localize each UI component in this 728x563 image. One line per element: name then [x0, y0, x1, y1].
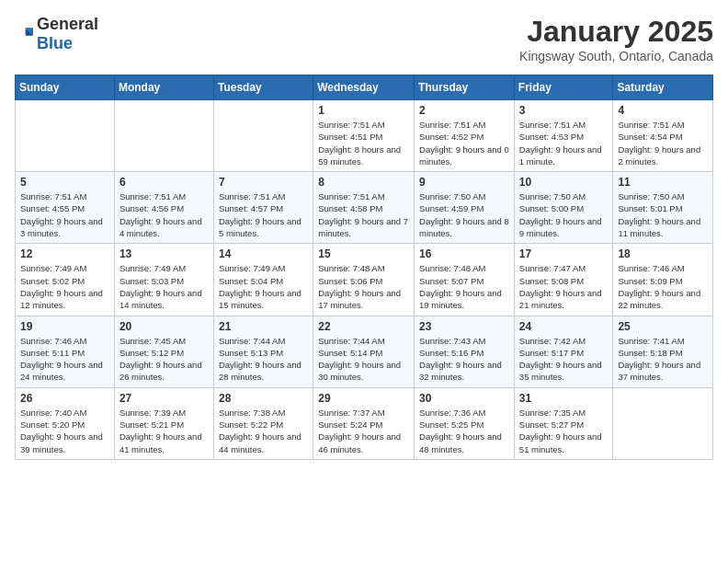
day-number: 30 — [419, 392, 509, 405]
day-number: 11 — [618, 176, 708, 189]
day-number: 14 — [219, 247, 308, 260]
day-info: Sunrise: 7:37 AMSunset: 5:24 PMDaylight:… — [318, 407, 409, 455]
day-number: 2 — [419, 104, 509, 117]
calendar-cell: 31 Sunrise: 7:35 AMSunset: 5:27 PMDaylig… — [514, 387, 613, 459]
day-info: Sunrise: 7:46 AMSunset: 5:11 PMDaylight:… — [20, 335, 109, 384]
calendar-cell: 2 Sunrise: 7:51 AMSunset: 4:52 PMDayligh… — [415, 100, 515, 172]
weekday-header: Saturday — [613, 75, 713, 100]
day-info: Sunrise: 7:41 AMSunset: 5:18 PMDaylight:… — [618, 335, 708, 384]
day-number: 8 — [318, 176, 409, 189]
day-info: Sunrise: 7:51 AMSunset: 4:57 PMDaylight:… — [219, 190, 308, 239]
calendar-week-row: 19 Sunrise: 7:46 AMSunset: 5:11 PMDaylig… — [16, 316, 713, 387]
calendar-cell: 7 Sunrise: 7:51 AMSunset: 4:57 PMDayligh… — [213, 172, 313, 244]
day-info: Sunrise: 7:50 AMSunset: 4:59 PMDaylight:… — [419, 190, 509, 239]
calendar-cell: 4 Sunrise: 7:51 AMSunset: 4:54 PMDayligh… — [613, 100, 713, 172]
day-number: 5 — [20, 176, 109, 189]
calendar-cell: 26 Sunrise: 7:40 AMSunset: 5:20 PMDaylig… — [16, 387, 115, 459]
day-info: Sunrise: 7:43 AMSunset: 5:16 PMDaylight:… — [419, 335, 509, 384]
day-number: 26 — [20, 392, 109, 405]
calendar-table: SundayMondayTuesdayWednesdayThursdayFrid… — [15, 75, 713, 460]
weekday-header: Sunday — [16, 75, 115, 100]
calendar-cell: 8 Sunrise: 7:51 AMSunset: 4:58 PMDayligh… — [313, 172, 415, 244]
calendar-cell — [213, 100, 313, 172]
day-number: 23 — [419, 320, 509, 333]
day-number: 18 — [618, 247, 708, 260]
day-info: Sunrise: 7:35 AMSunset: 5:27 PMDaylight:… — [519, 407, 609, 455]
location-title: Kingsway South, Ontario, Canada — [519, 49, 713, 63]
day-info: Sunrise: 7:48 AMSunset: 5:07 PMDaylight:… — [419, 262, 509, 311]
page-header: General Blue January 2025 Kingsway South… — [15, 15, 713, 63]
weekday-header: Friday — [514, 75, 613, 100]
calendar-cell: 21 Sunrise: 7:44 AMSunset: 5:13 PMDaylig… — [213, 316, 313, 387]
calendar-cell: 15 Sunrise: 7:48 AMSunset: 5:06 PMDaylig… — [313, 244, 415, 316]
day-info: Sunrise: 7:36 AMSunset: 5:25 PMDaylight:… — [419, 407, 509, 455]
calendar-cell: 17 Sunrise: 7:47 AMSunset: 5:08 PMDaylig… — [514, 244, 613, 316]
calendar-cell: 5 Sunrise: 7:51 AMSunset: 4:55 PMDayligh… — [16, 172, 115, 244]
calendar-cell: 9 Sunrise: 7:50 AMSunset: 4:59 PMDayligh… — [415, 172, 515, 244]
day-info: Sunrise: 7:45 AMSunset: 5:12 PMDaylight:… — [119, 335, 209, 384]
calendar-week-row: 26 Sunrise: 7:40 AMSunset: 5:20 PMDaylig… — [16, 387, 713, 459]
calendar-cell: 16 Sunrise: 7:48 AMSunset: 5:07 PMDaylig… — [415, 244, 515, 316]
day-info: Sunrise: 7:51 AMSunset: 4:51 PMDaylight:… — [318, 119, 409, 167]
day-info: Sunrise: 7:38 AMSunset: 5:22 PMDaylight:… — [219, 407, 308, 455]
day-info: Sunrise: 7:40 AMSunset: 5:20 PMDaylight:… — [20, 407, 109, 455]
day-info: Sunrise: 7:39 AMSunset: 5:21 PMDaylight:… — [119, 407, 209, 455]
day-number: 16 — [419, 247, 509, 260]
day-info: Sunrise: 7:51 AMSunset: 4:56 PMDaylight:… — [119, 190, 209, 239]
day-number: 13 — [119, 247, 209, 260]
calendar-cell: 20 Sunrise: 7:45 AMSunset: 5:12 PMDaylig… — [114, 316, 213, 387]
day-info: Sunrise: 7:47 AMSunset: 5:08 PMDaylight:… — [519, 262, 609, 311]
calendar-cell: 10 Sunrise: 7:50 AMSunset: 5:00 PMDaylig… — [514, 172, 613, 244]
day-info: Sunrise: 7:42 AMSunset: 5:17 PMDaylight:… — [519, 335, 609, 384]
day-number: 12 — [20, 247, 109, 260]
day-info: Sunrise: 7:51 AMSunset: 4:58 PMDaylight:… — [318, 190, 409, 239]
logo-icon — [15, 25, 33, 43]
day-info: Sunrise: 7:48 AMSunset: 5:06 PMDaylight:… — [318, 262, 409, 311]
calendar-cell — [114, 100, 213, 172]
day-number: 24 — [519, 320, 609, 333]
calendar-cell: 12 Sunrise: 7:49 AMSunset: 5:02 PMDaylig… — [16, 244, 115, 316]
logo-text: General Blue — [37, 15, 98, 53]
day-info: Sunrise: 7:44 AMSunset: 5:14 PMDaylight:… — [318, 335, 409, 384]
day-info: Sunrise: 7:49 AMSunset: 5:03 PMDaylight:… — [119, 262, 209, 311]
day-info: Sunrise: 7:50 AMSunset: 5:01 PMDaylight:… — [618, 190, 708, 239]
weekday-header: Tuesday — [213, 75, 313, 100]
day-number: 1 — [318, 104, 409, 117]
day-info: Sunrise: 7:49 AMSunset: 5:04 PMDaylight:… — [219, 262, 308, 311]
calendar-week-row: 5 Sunrise: 7:51 AMSunset: 4:55 PMDayligh… — [16, 172, 713, 244]
day-info: Sunrise: 7:51 AMSunset: 4:55 PMDaylight:… — [20, 190, 109, 239]
day-number: 31 — [519, 392, 609, 405]
day-number: 7 — [219, 176, 308, 189]
day-info: Sunrise: 7:51 AMSunset: 4:54 PMDaylight:… — [618, 119, 708, 167]
day-number: 27 — [119, 392, 209, 405]
day-info: Sunrise: 7:49 AMSunset: 5:02 PMDaylight:… — [20, 262, 109, 311]
calendar-cell: 23 Sunrise: 7:43 AMSunset: 5:16 PMDaylig… — [415, 316, 515, 387]
weekday-header: Wednesday — [313, 75, 415, 100]
day-number: 3 — [519, 104, 609, 117]
day-number: 20 — [119, 320, 209, 333]
day-info: Sunrise: 7:50 AMSunset: 5:00 PMDaylight:… — [519, 190, 609, 239]
title-block: January 2025 Kingsway South, Ontario, Ca… — [519, 15, 713, 63]
day-info: Sunrise: 7:51 AMSunset: 4:53 PMDaylight:… — [519, 119, 609, 167]
day-number: 9 — [419, 176, 509, 189]
calendar-cell: 27 Sunrise: 7:39 AMSunset: 5:21 PMDaylig… — [114, 387, 213, 459]
day-number: 25 — [618, 320, 708, 333]
day-number: 10 — [519, 176, 609, 189]
day-number: 6 — [119, 176, 209, 189]
day-number: 17 — [519, 247, 609, 260]
day-number: 29 — [318, 392, 409, 405]
month-title: January 2025 — [519, 15, 713, 49]
calendar-cell: 30 Sunrise: 7:36 AMSunset: 5:25 PMDaylig… — [415, 387, 515, 459]
day-info: Sunrise: 7:51 AMSunset: 4:52 PMDaylight:… — [419, 119, 509, 167]
calendar-cell: 25 Sunrise: 7:41 AMSunset: 5:18 PMDaylig… — [613, 316, 713, 387]
day-number: 15 — [318, 247, 409, 260]
calendar-week-row: 12 Sunrise: 7:49 AMSunset: 5:02 PMDaylig… — [16, 244, 713, 316]
calendar-cell: 13 Sunrise: 7:49 AMSunset: 5:03 PMDaylig… — [114, 244, 213, 316]
calendar-cell: 11 Sunrise: 7:50 AMSunset: 5:01 PMDaylig… — [613, 172, 713, 244]
day-number: 21 — [219, 320, 308, 333]
logo-blue: Blue — [37, 34, 73, 52]
calendar-cell: 6 Sunrise: 7:51 AMSunset: 4:56 PMDayligh… — [114, 172, 213, 244]
calendar-cell: 18 Sunrise: 7:46 AMSunset: 5:09 PMDaylig… — [613, 244, 713, 316]
logo: General Blue — [15, 15, 98, 53]
calendar-cell — [16, 100, 115, 172]
